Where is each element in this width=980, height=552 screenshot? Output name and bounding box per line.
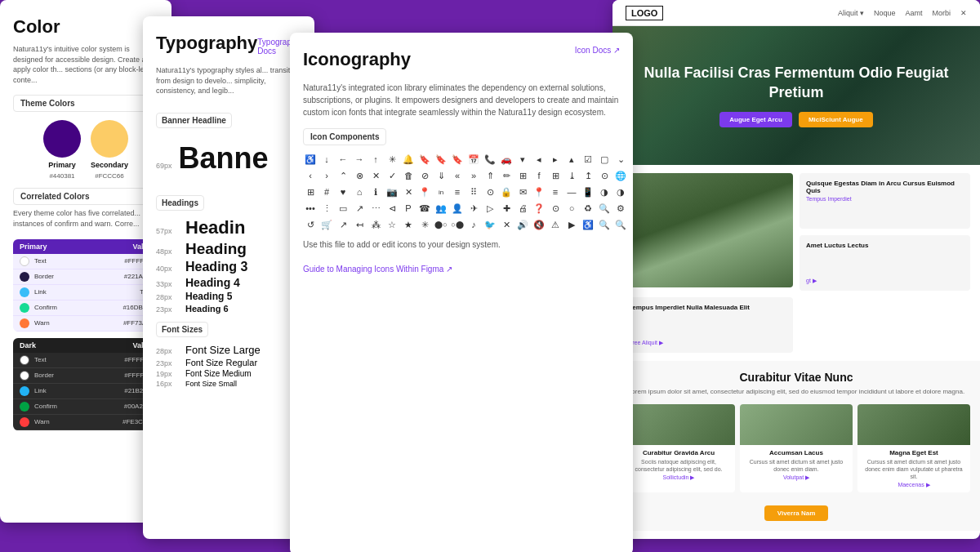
heading-row-4: 33px Heading 4 [156,276,301,289]
small-card-3: Magna Eget Est Cursus sit amet dictum si… [858,404,970,492]
icon-refresh: ↺ [303,217,318,232]
iconography-title: Iconography [303,49,411,70]
amet-link[interactable]: gt ▶ [806,278,964,284]
small-card-img-3 [858,404,970,445]
icon-note: Use this file to add or edit icons to yo… [303,238,620,251]
small-card-link-3[interactable]: Maecenas ▶ [862,482,966,488]
icon-contrast: ◑ [613,185,628,199]
row-label: Text [34,356,119,363]
icon-double-down: ⇓ [434,168,448,183]
large-card [622,173,793,287]
icon-upload: ↥ [581,168,595,183]
nav-link-1[interactable]: Aliquit ▾ [838,9,864,17]
icon-double-left: « [450,168,465,183]
icon-chevron-down: ▾ [515,152,530,167]
icon-mobile: 📱 [581,185,595,199]
typography-title: Typography [156,33,257,54]
heading-row-5: 28px Heading 5 [156,291,301,302]
dark-table: Dark Value Text #FFFFFF Border #FFFFFF L… [13,338,158,430]
primary-swatch: Primary #440381 [43,120,81,180]
tempus-link[interactable]: Free Aliquit ▶ [629,340,786,346]
icon-print: 🖨 [515,201,530,216]
icon-bookmark: 🔖 [417,152,432,167]
h1-text: Headin [185,217,245,238]
primary-label: Primary [48,161,76,169]
banner-preview: Banne [179,141,269,176]
nav-link-3[interactable]: Aamt [905,9,922,17]
primary-table: Primary Value Text #FFFFFF Border #221A4… [13,239,158,332]
color-desc: Natura11y's intuitive color system is de… [13,44,158,85]
small-card-img-2 [740,404,853,445]
icon-zoom-out: 🔍 [613,217,628,232]
icon-circle: ○ [564,201,579,216]
website-panel: LOGO Aliquit ▾ Noque Aamt Morbi ✕ Nulla … [612,0,980,539]
row-label: Text [34,257,119,265]
icon-back: ⊲ [385,201,399,216]
table-row: Confirm #16DB5... [13,300,158,316]
icon-chevron-up: ▴ [564,152,579,167]
icon-phone2: ☎ [417,201,432,216]
fs4-label: Font Size Small [185,380,237,388]
small-card-img-1 [622,404,735,445]
featured-title: Quisque Egestas Diam in Arcu Cursus Euis… [806,180,964,194]
icon-cart: 🛒 [319,217,334,232]
icon-plane: ✈ [466,201,481,216]
icon-x: ✕ [368,168,383,183]
icon-checkbox: ☑ [581,152,595,167]
dot [20,318,29,328]
row-label: Confirm [34,304,118,311]
hero-btn1[interactable]: Augue Eget Arcu [719,112,792,127]
nav-link-2[interactable]: Noque [874,9,896,17]
icon-x2: ✕ [401,185,416,199]
h3-size: 40px [156,265,179,273]
h3-text: Heading 3 [185,260,247,274]
nav-close[interactable]: ✕ [960,9,967,17]
small-card-title-3: Magna Eget Est [862,449,966,456]
small-card-body-3: Magna Eget Est Cursus sit amet dictum si… [858,445,970,492]
color-title: Color [13,16,158,38]
icon-guide-link[interactable]: Guide to Managing Icons Within Figma ↗ [303,265,452,274]
icon-angle-right: › [319,168,334,183]
icon-check: ✓ [385,168,399,183]
fs3-label: Font Size Medium [185,369,252,378]
iconography-desc: Natura11y's integrated icon library elim… [303,82,620,118]
icon-instagram: 📷 [385,185,399,199]
correlated-desc: Every theme color has five correlated...… [13,208,158,229]
icon-square: ▢ [597,152,612,167]
fs1-size: 28px [156,347,179,355]
amet-title: Amet Luctus Lectus [806,242,964,249]
dot [20,303,29,313]
table-row: Warn #FE3C3... [13,415,158,430]
icon-user: 👤 [450,201,465,216]
icon-bookmark2: 🔖 [434,152,448,167]
heading-row-2: 48px Heading [156,240,301,258]
dot [20,386,29,396]
icon-star-empty: ☆ [385,217,399,232]
icon-external: ↗ [352,201,367,216]
icon-arrow-left: ← [336,152,350,167]
small-card-link-2[interactable]: Volutpat ▶ [744,474,849,481]
table-row: Border #221A4... [13,269,158,285]
icon-mail: ✉ [515,185,530,199]
h5-size: 28px [156,293,179,301]
website-nav: LOGO Aliquit ▾ Noque Aamt Morbi ✕ [612,0,980,26]
color-swatches: Primary #440381 Secondary #FCCC66 [13,120,158,180]
small-card-text-2: Cursus sit amet dictum sit amet justo do… [744,458,849,473]
fs2-label: Font Size Regular [185,358,257,367]
headings-list: 57px Headin 48px Heading 40px Heading 3 … [156,217,301,314]
h2-text: Heading [185,240,247,258]
icon-play: ▷ [483,201,497,216]
tempus-title: Tempus Imperdiet Nulla Malesuada Elit [629,304,786,311]
row-label: Warn [34,418,118,425]
hero-btn2[interactable]: MiciSciunt Augue [799,112,873,127]
icon-angle-left: ‹ [303,168,318,183]
nav-link-4[interactable]: Morbi [932,9,951,17]
small-card-link-1[interactable]: Sollictudin ▶ [626,474,731,481]
small-card-body-1: Curabitur Gravida Arcu Sociis natoque ad… [622,445,735,485]
icon-group: 👥 [434,201,448,216]
correlated-section: Correlated Colors Every theme color has … [13,188,158,430]
footer-btn[interactable]: Viverra Nam [764,505,829,521]
font-sizes-label: Font Sizes [156,322,208,337]
icon-docs-link[interactable]: Icon Docs ↗ [575,46,620,55]
hero-section: Nulla Facilisi Cras Fermentum Odio Feugi… [612,26,980,165]
